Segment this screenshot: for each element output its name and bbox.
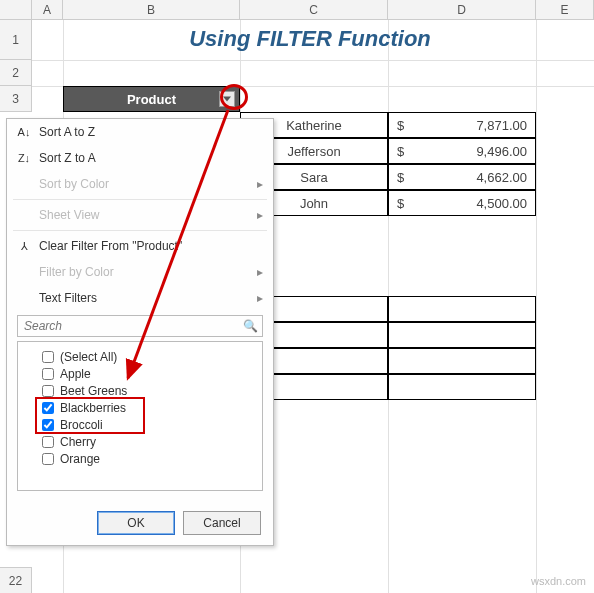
- search-input[interactable]: [22, 318, 243, 334]
- row-header-3[interactable]: 3: [0, 86, 32, 112]
- result-cell[interactable]: [388, 296, 536, 322]
- menu-sheet-view: Sheet View ▸: [7, 202, 273, 228]
- menu-sort-az[interactable]: A↓ Sort A to Z: [7, 119, 273, 145]
- menu-label: Filter by Color: [39, 265, 249, 279]
- sort-az-icon: A↓: [17, 126, 31, 138]
- cell-sales[interactable]: $4,662.00: [388, 164, 536, 190]
- checkbox[interactable]: [42, 351, 54, 363]
- result-cell[interactable]: [388, 374, 536, 400]
- filter-search[interactable]: 🔍: [17, 315, 263, 337]
- tree-label: Orange: [60, 452, 100, 466]
- tree-label: (Select All): [60, 350, 117, 364]
- menu-sort-za[interactable]: Z↓ Sort Z to A: [7, 145, 273, 171]
- menu-filter-color: Filter by Color ▸: [7, 259, 273, 285]
- col-header-a[interactable]: A: [32, 0, 63, 20]
- tree-item-cherry[interactable]: Cherry: [22, 433, 258, 450]
- cancel-button[interactable]: Cancel: [183, 511, 261, 535]
- cell-sales[interactable]: $7,871.00: [388, 112, 536, 138]
- select-all-corner[interactable]: [0, 0, 32, 20]
- sort-za-icon: Z↓: [17, 152, 31, 164]
- amount: 9,496.00: [476, 144, 527, 159]
- tree-label: Apple: [60, 367, 91, 381]
- menu-label: Text Filters: [39, 291, 249, 305]
- filter-menu: A↓ Sort A to Z Z↓ Sort Z to A Sort by Co…: [6, 118, 274, 546]
- annotation-red-box: [35, 397, 145, 434]
- chevron-right-icon: ▸: [257, 177, 263, 191]
- menu-sort-color: Sort by Color ▸: [7, 171, 273, 197]
- watermark: wsxdn.com: [531, 575, 586, 587]
- header-product: Product: [63, 86, 240, 112]
- chevron-right-icon: ▸: [257, 265, 263, 279]
- menu-label: Clear Filter From "Product": [39, 239, 263, 253]
- result-cell[interactable]: [388, 348, 536, 374]
- row-header-1[interactable]: 1: [0, 20, 32, 60]
- menu-text-filters[interactable]: Text Filters ▸: [7, 285, 273, 311]
- row-header-22[interactable]: 22: [0, 567, 32, 593]
- currency: $: [397, 118, 404, 133]
- checkbox[interactable]: [42, 453, 54, 465]
- currency: $: [397, 170, 404, 185]
- annotation-circle: [220, 84, 248, 110]
- col-header-b[interactable]: B: [63, 0, 240, 20]
- chevron-right-icon: ▸: [257, 291, 263, 305]
- col-header-c[interactable]: C: [240, 0, 388, 20]
- filter-item-tree[interactable]: (Select All) Apple Beet Greens Blackberr…: [17, 341, 263, 491]
- amount: 7,871.00: [476, 118, 527, 133]
- menu-clear-filter[interactable]: ⅄ Clear Filter From "Product": [7, 233, 273, 259]
- tree-label: Cherry: [60, 435, 96, 449]
- result-cell[interactable]: [388, 322, 536, 348]
- menu-label: Sort A to Z: [39, 125, 263, 139]
- cell-sales[interactable]: $4,500.00: [388, 190, 536, 216]
- currency: $: [397, 144, 404, 159]
- amount: 4,662.00: [476, 170, 527, 185]
- tree-item-apple[interactable]: Apple: [22, 365, 258, 382]
- menu-label: Sort Z to A: [39, 151, 263, 165]
- amount: 4,500.00: [476, 196, 527, 211]
- checkbox[interactable]: [42, 436, 54, 448]
- menu-label: Sheet View: [39, 208, 249, 222]
- checkbox[interactable]: [42, 385, 54, 397]
- col-header-d[interactable]: D: [388, 0, 536, 20]
- tree-item-selectall[interactable]: (Select All): [22, 348, 258, 365]
- col-header-e[interactable]: E: [536, 0, 594, 20]
- search-icon: 🔍: [243, 319, 258, 333]
- menu-label: Sort by Color: [39, 177, 249, 191]
- row-header-2[interactable]: 2: [0, 60, 32, 86]
- ok-button[interactable]: OK: [97, 511, 175, 535]
- currency: $: [397, 196, 404, 211]
- cell-sales[interactable]: $9,496.00: [388, 138, 536, 164]
- page-title: Using FILTER Function: [150, 24, 470, 54]
- header-label: Product: [127, 92, 176, 107]
- clear-filter-icon: ⅄: [17, 240, 31, 253]
- chevron-right-icon: ▸: [257, 208, 263, 222]
- tree-item-orange[interactable]: Orange: [22, 450, 258, 467]
- tree-label: Beet Greens: [60, 384, 127, 398]
- checkbox[interactable]: [42, 368, 54, 380]
